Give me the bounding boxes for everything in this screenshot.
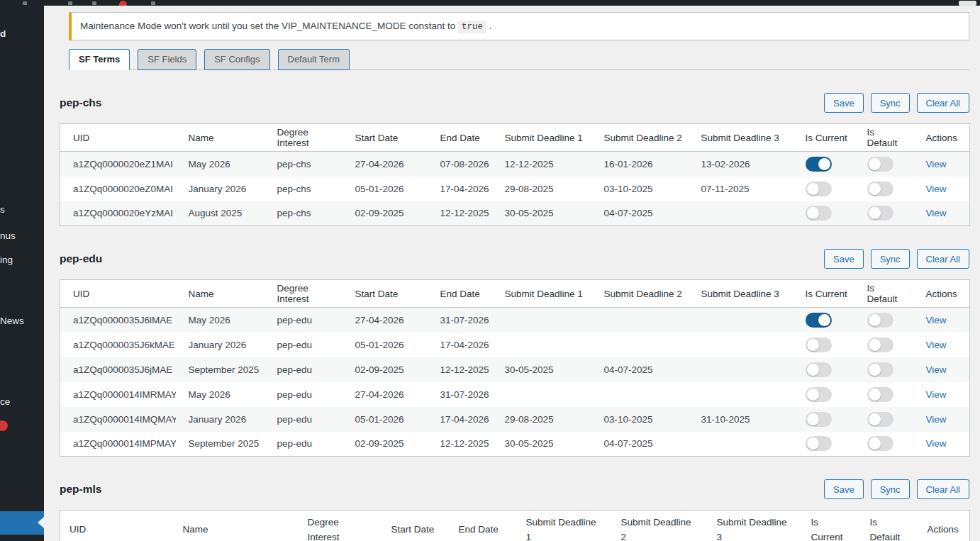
table-cell-start-date: 02-09-2025 [343,201,428,226]
table-cell-degree-interest: pep-chs [265,152,343,177]
is-default-toggle[interactable] [867,157,893,172]
table-cell-submit-deadline-1: 30-05-2025 [492,357,591,382]
table-header-row: UIDNameDegree InterestStart DateEnd Date… [60,511,970,541]
table-cell-submit-deadline-3: 07-11-2025 [689,177,793,201]
is-default-toggle[interactable] [867,412,893,427]
is-default-toggle[interactable] [867,387,893,402]
table-cell [854,432,913,457]
term-section: pep-edu Save Sync Clear All UIDNameDegre… [60,248,969,457]
is-default-toggle[interactable] [867,313,893,328]
is-current-toggle[interactable] [806,313,832,328]
column-header: UID [60,124,176,152]
section-header: pep-edu Save Sync Clear All [60,248,969,269]
table-cell [854,407,913,432]
sidebar-item-label[interactable]: d [0,28,6,39]
view-link[interactable]: View [926,315,947,325]
is-default-toggle[interactable] [867,206,893,221]
is-default-toggle[interactable] [867,362,893,377]
notification-badge-icon[interactable] [119,1,127,6]
table-cell-actions: View [913,382,970,407]
tab-sf-fields[interactable]: SF Fields [138,49,196,70]
column-header: Start Date [382,511,450,541]
table-cell-uid: a1ZQq0000035J6lMAE [60,308,176,333]
section-title: pep-edu [60,252,102,265]
sync-button[interactable]: Sync [871,249,910,269]
section-title: pep-chs [60,96,101,109]
clear-all-button[interactable]: Clear All [917,479,969,499]
is-current-toggle[interactable] [806,157,832,172]
section-actions: Save Sync Clear All [824,249,969,269]
sync-button[interactable]: Sync [871,93,910,113]
is-default-toggle[interactable] [867,182,893,196]
table-cell [793,177,854,201]
sidebar-item-label[interactable]: News [0,316,24,326]
is-current-toggle[interactable] [806,206,832,221]
table-row: a1ZQq0000014IMRMAYMay 2026pep-edu27-04-2… [60,382,970,407]
update-count-badge [0,420,8,431]
table-cell-end-date: 12-12-2025 [428,201,492,226]
table-cell [793,333,854,357]
is-default-toggle[interactable] [867,338,893,352]
view-link[interactable]: View [926,364,947,375]
tab-sf-terms[interactable]: SF Terms [69,49,130,70]
table-cell-actions: View [913,333,970,357]
view-link[interactable]: View [926,184,947,194]
column-header: Is Default [854,124,913,152]
table-row: a1ZQq0000035J6lMAEMay 2026pep-edu27-04-2… [60,308,970,333]
tab-sf-configs[interactable]: SF Configs [204,49,269,70]
column-header: Is Default [861,511,918,541]
table-cell [854,308,913,333]
view-link[interactable]: View [926,438,947,449]
table-cell [793,201,854,226]
is-current-toggle[interactable] [806,338,832,352]
is-current-toggle[interactable] [806,412,832,427]
main-content: Maintenance Mode won't work until you se… [44,6,980,541]
sync-button[interactable]: Sync [871,479,910,499]
column-header: Start Date [343,124,428,152]
sidebar-item-label[interactable]: nus [0,230,16,241]
table-cell-degree-interest: pep-chs [265,201,343,226]
current-item-arrow-icon [38,517,44,528]
is-current-toggle[interactable] [806,387,832,402]
section-title: pep-mls [60,483,101,496]
view-link[interactable]: View [926,389,947,400]
save-button[interactable]: Save [824,93,864,113]
table-cell-degree-interest: pep-edu [265,357,343,382]
sidebar-current-item[interactable] [0,511,44,535]
tab-bar: SF Terms SF Fields SF Configs Default Te… [69,49,969,70]
save-button[interactable]: Save [824,249,864,269]
sidebar-item-label[interactable]: s [0,204,5,215]
clear-all-button[interactable]: Clear All [917,93,969,113]
table-row: a1ZQq0000014IMQMAYJanuary 2026pep-edu05-… [60,407,970,432]
table-row: a1ZQq0000035J6jMAESeptember 2025pep-edu0… [60,357,970,382]
sidebar-item-label[interactable]: ing [0,255,13,265]
adminbar-user-fragment[interactable] [959,1,976,6]
table-cell-start-date: 02-09-2025 [343,357,428,382]
table-cell-end-date: 17-04-2026 [428,407,492,432]
clear-all-button[interactable]: Clear All [917,249,969,269]
sidebar-item-label[interactable]: ce [0,396,10,407]
table-cell-start-date: 27-04-2026 [343,382,428,407]
is-current-toggle[interactable] [806,436,832,451]
view-link[interactable]: View [926,414,947,425]
adminbar-icon-fragment [92,1,96,5]
admin-bar [0,0,980,6]
table-cell [793,382,854,407]
tab-default-term[interactable]: Default Term [278,49,350,70]
table-cell [793,432,854,457]
view-link[interactable]: View [926,340,947,350]
notice-text-after: . [489,21,492,31]
column-header: UID [60,280,176,308]
is-current-toggle[interactable] [806,362,832,377]
save-button[interactable]: Save [824,479,864,499]
table-header-row: UIDNameDegree InterestStart DateEnd Date… [60,124,970,152]
view-link[interactable]: View [926,159,947,169]
is-default-toggle[interactable] [867,436,893,451]
table-cell [793,308,854,333]
is-current-toggle[interactable] [806,182,832,196]
view-link[interactable]: View [926,208,947,218]
table-cell-start-date: 05-01-2026 [343,333,428,357]
column-header: Submit Deadline 3 [689,124,793,152]
table-cell-degree-interest: pep-edu [265,432,343,457]
table-cell-actions: View [913,152,970,177]
